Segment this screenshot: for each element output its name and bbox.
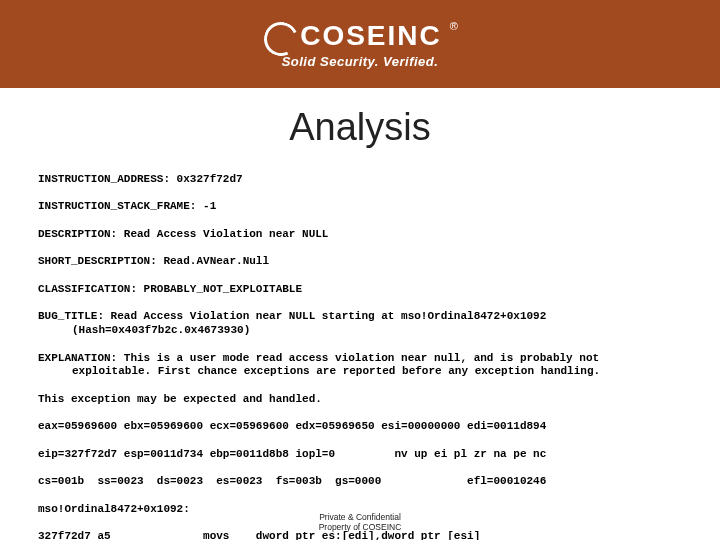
line-instruction-stack-frame: INSTRUCTION_STACK_FRAME: -1 xyxy=(38,200,682,214)
brand-mark-icon xyxy=(264,22,294,50)
line-short-description: SHORT_DESCRIPTION: Read.AVNear.Null xyxy=(38,255,682,269)
line-registers-2: eip=327f72d7 esp=0011d734 ebp=0011d8b8 i… xyxy=(38,448,682,462)
slide-title: Analysis xyxy=(0,106,720,149)
brand-logo-top: COSEINC ® xyxy=(264,20,456,52)
footer-line-2: Property of COSEINC xyxy=(0,522,720,532)
brand-tagline: Solid Security. Verified. xyxy=(282,54,439,69)
line-registers-3: cs=001b ss=0023 ds=0023 es=0023 fs=003b … xyxy=(38,475,682,489)
brand-logo: COSEINC ® Solid Security. Verified. xyxy=(264,20,456,69)
line-registers-1: eax=05969600 ebx=05969600 ecx=05969600 e… xyxy=(38,420,682,434)
line-classification: CLASSIFICATION: PROBABLY_NOT_EXPLOITABLE xyxy=(38,283,682,297)
line-bug-title: BUG_TITLE: Read Access Violation near NU… xyxy=(38,310,682,338)
line-exception-note: This exception may be expected and handl… xyxy=(38,393,682,407)
line-explanation: EXPLANATION: This is a user mode read ac… xyxy=(38,352,682,380)
footer-line-1: Private & Confidential xyxy=(0,512,720,522)
registered-icon: ® xyxy=(450,20,458,32)
line-description: DESCRIPTION: Read Access Violation near … xyxy=(38,228,682,242)
brand-name: COSEINC xyxy=(300,20,442,52)
brand-header: COSEINC ® Solid Security. Verified. xyxy=(0,0,720,88)
slide: COSEINC ® Solid Security. Verified. Anal… xyxy=(0,0,720,540)
slide-footer: Private & Confidential Property of COSEI… xyxy=(0,512,720,532)
line-instruction-address: INSTRUCTION_ADDRESS: 0x327f72d7 xyxy=(38,173,682,187)
analysis-content: INSTRUCTION_ADDRESS: 0x327f72d7 INSTRUCT… xyxy=(0,159,720,540)
